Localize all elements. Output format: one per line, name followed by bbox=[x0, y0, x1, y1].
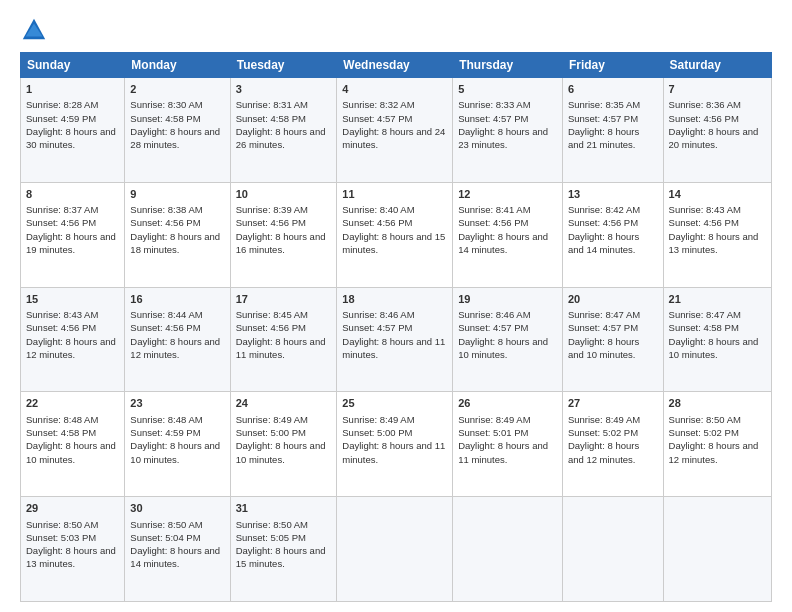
calendar-cell: 13Sunrise: 8:42 AMSunset: 4:56 PMDayligh… bbox=[562, 182, 663, 287]
day-number: 14 bbox=[669, 187, 766, 202]
day-number: 6 bbox=[568, 82, 658, 97]
day-number: 15 bbox=[26, 292, 119, 307]
calendar-cell: 10Sunrise: 8:39 AMSunset: 4:56 PMDayligh… bbox=[230, 182, 337, 287]
calendar-cell: 2Sunrise: 8:30 AMSunset: 4:58 PMDaylight… bbox=[125, 78, 230, 183]
day-number: 30 bbox=[130, 501, 224, 516]
sunset: Sunset: 4:56 PM bbox=[236, 322, 306, 333]
sunrise: Sunrise: 8:40 AM bbox=[342, 204, 414, 215]
calendar-cell: 24Sunrise: 8:49 AMSunset: 5:00 PMDayligh… bbox=[230, 392, 337, 497]
sunset: Sunset: 4:57 PM bbox=[458, 322, 528, 333]
sunrise: Sunrise: 8:50 AM bbox=[236, 519, 308, 530]
day-number: 28 bbox=[669, 396, 766, 411]
sunrise: Sunrise: 8:42 AM bbox=[568, 204, 640, 215]
header-row: SundayMondayTuesdayWednesdayThursdayFrid… bbox=[21, 53, 772, 78]
day-number: 31 bbox=[236, 501, 332, 516]
sunset: Sunset: 4:58 PM bbox=[236, 113, 306, 124]
sunset: Sunset: 4:56 PM bbox=[26, 322, 96, 333]
day-number: 11 bbox=[342, 187, 447, 202]
logo bbox=[20, 16, 52, 44]
week-row-5: 29Sunrise: 8:50 AMSunset: 5:03 PMDayligh… bbox=[21, 497, 772, 602]
day-number: 13 bbox=[568, 187, 658, 202]
calendar-cell: 22Sunrise: 8:48 AMSunset: 4:58 PMDayligh… bbox=[21, 392, 125, 497]
sunset: Sunset: 4:56 PM bbox=[236, 217, 306, 228]
day-number: 29 bbox=[26, 501, 119, 516]
daylight: Daylight: 8 hours and 13 minutes. bbox=[26, 545, 116, 569]
sunrise: Sunrise: 8:36 AM bbox=[669, 99, 741, 110]
sunset: Sunset: 4:59 PM bbox=[26, 113, 96, 124]
sunset: Sunset: 4:57 PM bbox=[342, 322, 412, 333]
sunrise: Sunrise: 8:43 AM bbox=[669, 204, 741, 215]
calendar-cell: 1Sunrise: 8:28 AMSunset: 4:59 PMDaylight… bbox=[21, 78, 125, 183]
calendar-cell: 26Sunrise: 8:49 AMSunset: 5:01 PMDayligh… bbox=[453, 392, 563, 497]
day-number: 20 bbox=[568, 292, 658, 307]
sunset: Sunset: 4:57 PM bbox=[568, 113, 638, 124]
day-number: 22 bbox=[26, 396, 119, 411]
sunrise: Sunrise: 8:49 AM bbox=[342, 414, 414, 425]
sunrise: Sunrise: 8:30 AM bbox=[130, 99, 202, 110]
daylight: Daylight: 8 hours and 19 minutes. bbox=[26, 231, 116, 255]
sunset: Sunset: 4:58 PM bbox=[26, 427, 96, 438]
sunset: Sunset: 4:59 PM bbox=[130, 427, 200, 438]
day-number: 4 bbox=[342, 82, 447, 97]
calendar-cell: 12Sunrise: 8:41 AMSunset: 4:56 PMDayligh… bbox=[453, 182, 563, 287]
calendar-cell: 20Sunrise: 8:47 AMSunset: 4:57 PMDayligh… bbox=[562, 287, 663, 392]
sunrise: Sunrise: 8:46 AM bbox=[458, 309, 530, 320]
week-row-1: 1Sunrise: 8:28 AMSunset: 4:59 PMDaylight… bbox=[21, 78, 772, 183]
daylight: Daylight: 8 hours and 10 minutes. bbox=[26, 440, 116, 464]
sunrise: Sunrise: 8:41 AM bbox=[458, 204, 530, 215]
sunset: Sunset: 4:58 PM bbox=[669, 322, 739, 333]
calendar-cell: 28Sunrise: 8:50 AMSunset: 5:02 PMDayligh… bbox=[663, 392, 771, 497]
calendar-cell: 9Sunrise: 8:38 AMSunset: 4:56 PMDaylight… bbox=[125, 182, 230, 287]
sunrise: Sunrise: 8:39 AM bbox=[236, 204, 308, 215]
day-number: 24 bbox=[236, 396, 332, 411]
day-number: 19 bbox=[458, 292, 557, 307]
week-row-4: 22Sunrise: 8:48 AMSunset: 4:58 PMDayligh… bbox=[21, 392, 772, 497]
sunset: Sunset: 4:56 PM bbox=[458, 217, 528, 228]
day-number: 3 bbox=[236, 82, 332, 97]
sunrise: Sunrise: 8:45 AM bbox=[236, 309, 308, 320]
sunrise: Sunrise: 8:38 AM bbox=[130, 204, 202, 215]
calendar-cell: 19Sunrise: 8:46 AMSunset: 4:57 PMDayligh… bbox=[453, 287, 563, 392]
column-header-friday: Friday bbox=[562, 53, 663, 78]
calendar-cell: 15Sunrise: 8:43 AMSunset: 4:56 PMDayligh… bbox=[21, 287, 125, 392]
sunset: Sunset: 4:57 PM bbox=[458, 113, 528, 124]
week-row-2: 8Sunrise: 8:37 AMSunset: 4:56 PMDaylight… bbox=[21, 182, 772, 287]
logo-icon bbox=[20, 16, 48, 44]
daylight: Daylight: 8 hours and 12 minutes. bbox=[568, 440, 639, 464]
sunrise: Sunrise: 8:48 AM bbox=[130, 414, 202, 425]
column-header-saturday: Saturday bbox=[663, 53, 771, 78]
sunset: Sunset: 4:57 PM bbox=[568, 322, 638, 333]
sunset: Sunset: 5:03 PM bbox=[26, 532, 96, 543]
daylight: Daylight: 8 hours and 14 minutes. bbox=[458, 231, 548, 255]
sunrise: Sunrise: 8:44 AM bbox=[130, 309, 202, 320]
day-number: 2 bbox=[130, 82, 224, 97]
daylight: Daylight: 8 hours and 13 minutes. bbox=[669, 231, 759, 255]
day-number: 25 bbox=[342, 396, 447, 411]
calendar-cell: 16Sunrise: 8:44 AMSunset: 4:56 PMDayligh… bbox=[125, 287, 230, 392]
sunrise: Sunrise: 8:31 AM bbox=[236, 99, 308, 110]
daylight: Daylight: 8 hours and 10 minutes. bbox=[458, 336, 548, 360]
daylight: Daylight: 8 hours and 10 minutes. bbox=[568, 336, 639, 360]
day-number: 23 bbox=[130, 396, 224, 411]
sunset: Sunset: 4:56 PM bbox=[669, 217, 739, 228]
daylight: Daylight: 8 hours and 10 minutes. bbox=[130, 440, 220, 464]
calendar-cell: 29Sunrise: 8:50 AMSunset: 5:03 PMDayligh… bbox=[21, 497, 125, 602]
column-header-monday: Monday bbox=[125, 53, 230, 78]
column-header-wednesday: Wednesday bbox=[337, 53, 453, 78]
daylight: Daylight: 8 hours and 18 minutes. bbox=[130, 231, 220, 255]
sunrise: Sunrise: 8:48 AM bbox=[26, 414, 98, 425]
daylight: Daylight: 8 hours and 11 minutes. bbox=[458, 440, 548, 464]
day-number: 5 bbox=[458, 82, 557, 97]
calendar-cell bbox=[453, 497, 563, 602]
calendar-cell bbox=[663, 497, 771, 602]
sunrise: Sunrise: 8:50 AM bbox=[26, 519, 98, 530]
sunset: Sunset: 4:56 PM bbox=[130, 322, 200, 333]
sunrise: Sunrise: 8:46 AM bbox=[342, 309, 414, 320]
sunset: Sunset: 4:58 PM bbox=[130, 113, 200, 124]
calendar-table: SundayMondayTuesdayWednesdayThursdayFrid… bbox=[20, 52, 772, 602]
calendar-cell: 5Sunrise: 8:33 AMSunset: 4:57 PMDaylight… bbox=[453, 78, 563, 183]
calendar-cell bbox=[337, 497, 453, 602]
day-number: 17 bbox=[236, 292, 332, 307]
calendar-cell: 8Sunrise: 8:37 AMSunset: 4:56 PMDaylight… bbox=[21, 182, 125, 287]
daylight: Daylight: 8 hours and 14 minutes. bbox=[130, 545, 220, 569]
